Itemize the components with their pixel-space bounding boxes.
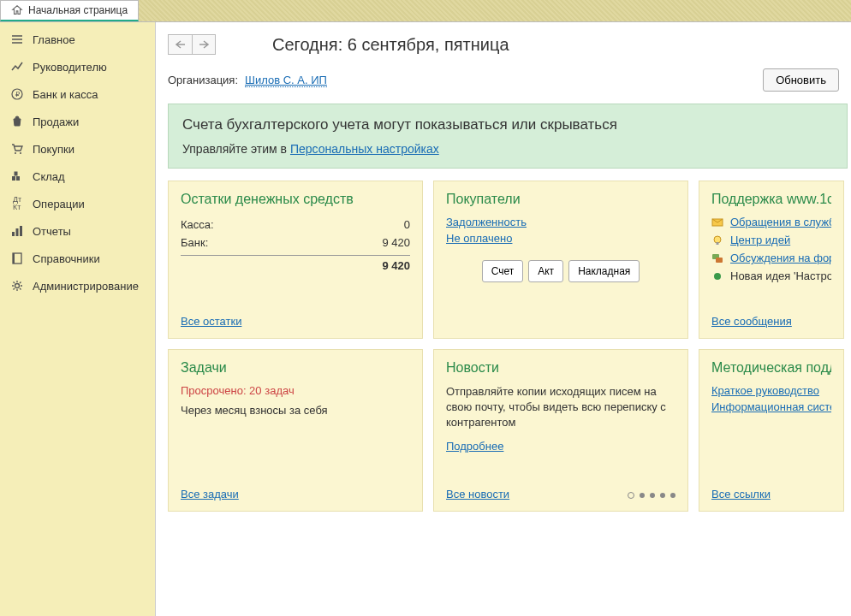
tasks-card: Задачи Просрочено: 20 задач Через месяц … bbox=[168, 349, 423, 512]
nav-label: Продажи bbox=[33, 116, 79, 128]
card-title: Покупатели bbox=[446, 192, 675, 207]
forum-icon bbox=[711, 252, 723, 264]
nav-reports[interactable]: Отчеты bbox=[0, 217, 155, 245]
card-title: Новости bbox=[446, 360, 675, 376]
svg-rect-11 bbox=[13, 253, 15, 264]
dot-icon[interactable] bbox=[660, 493, 665, 498]
cart-icon bbox=[10, 142, 24, 156]
news-text: Отправляйте копии исходящих писем на сво… bbox=[446, 384, 675, 431]
news-more-link[interactable]: Подробнее bbox=[446, 440, 503, 453]
row-label: Касса: bbox=[181, 218, 214, 231]
nav-label: Главное bbox=[33, 33, 75, 46]
overdue-text: Просрочено: 20 задач bbox=[181, 384, 410, 397]
infosys-link[interactable]: Информационная система bbox=[711, 400, 831, 413]
nav-manager[interactable]: Руководителю bbox=[0, 53, 155, 80]
tab-label: Начальная страница bbox=[28, 4, 128, 16]
support-item: Центр идей bbox=[711, 234, 831, 246]
personal-settings-link[interactable]: Персональных настройках bbox=[290, 142, 439, 156]
org-link[interactable]: Шилов С. А. ИП bbox=[245, 74, 327, 87]
nav-bank[interactable]: ₽Банк и касса bbox=[0, 80, 155, 108]
balance-row-bank: Банк:9 420 bbox=[181, 234, 410, 252]
info-panel: Счета бухгалтерского учета могут показыв… bbox=[168, 104, 848, 169]
nav-warehouse[interactable]: Склад bbox=[0, 163, 155, 190]
all-links-link[interactable]: Все ссылки bbox=[711, 488, 771, 500]
nav-label: Руководителю bbox=[33, 61, 107, 74]
ruble-icon: ₽ bbox=[10, 87, 24, 101]
card-title: Поддержка www.1cfresh bbox=[711, 192, 831, 207]
info-subtitle: Управляйте этим в Персональных настройка… bbox=[182, 142, 833, 156]
support-text: Новая идея 'Настро bbox=[730, 270, 831, 282]
support-link[interactable]: Обращения в службу bbox=[730, 216, 831, 228]
nav-admin[interactable]: Администрирование bbox=[0, 272, 155, 299]
nav-references[interactable]: Справочники bbox=[0, 245, 155, 272]
nav-label: Справочники bbox=[33, 252, 100, 265]
all-tasks-link[interactable]: Все задачи bbox=[181, 488, 239, 500]
main-content: Сегодня: 6 сентября, пятница Организация… bbox=[156, 22, 851, 616]
support-link[interactable]: Центр идей bbox=[730, 234, 790, 246]
boxes-icon bbox=[10, 169, 24, 183]
gear-icon bbox=[10, 279, 24, 293]
card-title: Задачи bbox=[181, 360, 410, 376]
nav-purchases[interactable]: Покупки bbox=[0, 135, 155, 163]
card-title: Методическая поддержка bbox=[711, 360, 831, 376]
svg-rect-9 bbox=[20, 226, 22, 236]
bag-icon bbox=[10, 115, 24, 128]
svg-rect-4 bbox=[12, 176, 15, 181]
all-news-link[interactable]: Все новости bbox=[446, 488, 509, 500]
invoice-button[interactable]: Счет bbox=[482, 260, 524, 282]
svg-rect-15 bbox=[717, 242, 719, 245]
support-item: Обсуждения на форуме bbox=[711, 252, 831, 264]
waybill-button[interactable]: Накладная bbox=[568, 260, 640, 282]
row-value: 9 420 bbox=[382, 236, 410, 249]
all-messages-link[interactable]: Все сообщения bbox=[711, 315, 792, 328]
svg-point-18 bbox=[714, 273, 721, 280]
nav-operations[interactable]: ДтКтОперации bbox=[0, 190, 155, 217]
book-icon bbox=[10, 252, 24, 265]
row-value: 0 bbox=[404, 218, 410, 231]
svg-rect-8 bbox=[16, 228, 19, 236]
menu-icon bbox=[10, 33, 24, 46]
act-button[interactable]: Акт bbox=[528, 260, 563, 282]
unpaid-link[interactable]: Не оплачено bbox=[446, 232, 675, 245]
method-card: Методическая поддержка Краткое руководст… bbox=[699, 349, 844, 512]
row-label: Банк: bbox=[181, 236, 208, 249]
svg-text:₽: ₽ bbox=[15, 91, 20, 98]
support-item: Обращения в службу bbox=[711, 216, 831, 228]
dot-icon[interactable] bbox=[628, 492, 634, 499]
support-link[interactable]: Обсуждения на форуме bbox=[730, 252, 831, 264]
svg-rect-5 bbox=[16, 176, 20, 181]
back-button[interactable] bbox=[168, 34, 192, 55]
topbar: Начальная страница bbox=[0, 0, 851, 22]
nav-sales[interactable]: Продажи bbox=[0, 108, 155, 135]
svg-point-14 bbox=[714, 236, 721, 243]
svg-point-2 bbox=[15, 152, 16, 154]
bars-icon bbox=[10, 224, 24, 238]
bulb-icon bbox=[711, 234, 723, 246]
nav-label: Банк и касса bbox=[33, 88, 98, 101]
news-card: Новости Отправляйте копии исходящих писе… bbox=[433, 349, 688, 512]
dot-icon[interactable] bbox=[670, 493, 675, 498]
refresh-button[interactable]: Обновить bbox=[763, 68, 839, 92]
debt-link[interactable]: Задолженность bbox=[446, 216, 675, 228]
guide-link[interactable]: Краткое руководство bbox=[711, 384, 831, 397]
nav-arrows bbox=[168, 34, 216, 55]
svg-rect-7 bbox=[12, 232, 15, 236]
dot-icon[interactable] bbox=[640, 493, 645, 498]
dot-green-icon bbox=[711, 270, 723, 282]
nav-label: Покупки bbox=[33, 143, 74, 156]
forward-button[interactable] bbox=[192, 34, 216, 55]
info-title: Счета бухгалтерского учета могут показыв… bbox=[182, 116, 833, 133]
org-label: Организация: bbox=[168, 74, 238, 86]
sidebar: Главное Руководителю ₽Банк и касса Прода… bbox=[0, 22, 156, 616]
nav-label: Операции bbox=[33, 198, 85, 210]
support-item: Новая идея 'Настро bbox=[711, 270, 831, 282]
nav-label: Склад bbox=[33, 170, 65, 183]
home-tab[interactable]: Начальная страница bbox=[0, 0, 139, 21]
dot-icon[interactable] bbox=[650, 493, 655, 498]
pagination-dots[interactable] bbox=[628, 492, 675, 499]
info-sub-text: Управляйте этим в bbox=[182, 142, 290, 156]
balance-total: 9 420 bbox=[181, 255, 410, 272]
all-balances-link[interactable]: Все остатки bbox=[181, 315, 241, 328]
nav-main[interactable]: Главное bbox=[0, 26, 155, 53]
dtk-icon: ДтКт bbox=[10, 197, 24, 210]
